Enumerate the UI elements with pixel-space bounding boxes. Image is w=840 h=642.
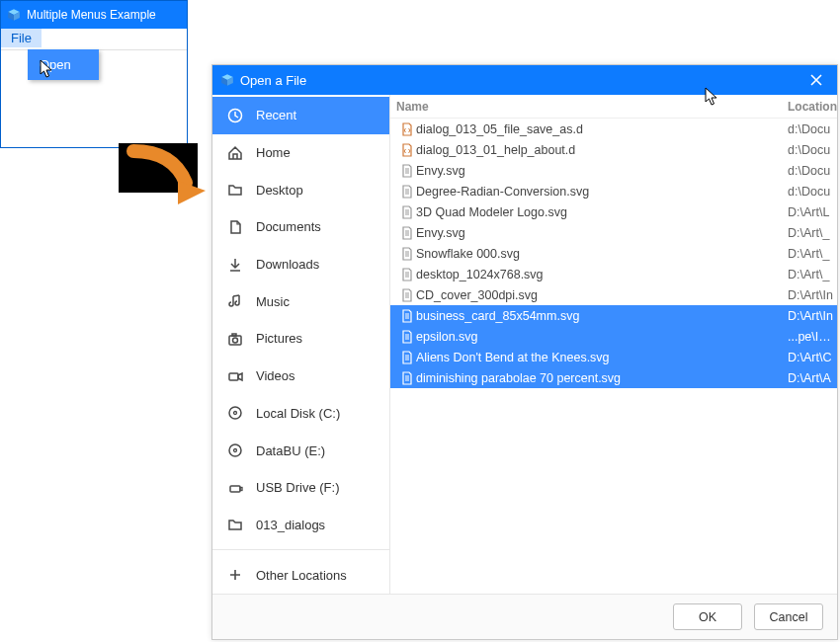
sidebar-item-databu-e-[interactable]: DataBU (E:) [212,432,389,469]
sidebar-item-label: DataBU (E:) [256,443,325,458]
camera-icon [226,331,244,347]
file-row[interactable]: CD_cover_300dpi.svgD:\Art\In [390,284,837,305]
file-name: dialog_013_01_help_about.d [416,143,788,157]
file-row[interactable]: Envy.svgd:\Docu [390,160,837,181]
file-name: 3D Quad Modeler Logo.svg [416,205,788,219]
file-location: ...pe\Inks [788,330,837,344]
file-row[interactable]: Degree-Radian-Conversion.svgd:\Docu [390,181,837,201]
dialog-titlebar[interactable]: Open a File [212,65,837,95]
file-name: diminishing parabolae 70 percent.svg [416,371,788,385]
sidebar-item-label: Recent [256,108,296,122]
sidebar-item-music[interactable]: Music [212,282,389,320]
file-dialog: Open a File RecentHomeDesktopDocumentsDo… [211,64,838,640]
document-file-icon [398,370,416,386]
file-location: D:\Art\_ [788,268,837,281]
sidebar-item-pictures[interactable]: Pictures [212,320,389,358]
sidebar-item-label: USB Drive (F:) [256,480,340,495]
sidebar-item-label: Documents [256,219,321,234]
file-row[interactable]: 3D Quad Modeler Logo.svgD:\Art\L [390,201,837,222]
svg-rect-12 [229,373,238,380]
file-row[interactable]: desktop_1024x768.svgD:\Art\_ [390,264,837,284]
sidebar-item-local-disk-c-[interactable]: Local Disk (C:) [212,395,389,433]
document-file-icon [398,163,416,179]
app-titlebar[interactable]: Multiple Menus Example [1,1,187,29]
file-name: CD_cover_300dpi.svg [416,288,788,302]
folder-icon [226,517,244,532]
music-icon [226,293,244,309]
file-name: epsilon.svg [416,330,788,344]
column-location[interactable]: Location [788,100,837,114]
svg-rect-18 [240,487,242,490]
arrow-graphic [119,143,208,212]
document-file-icon [398,267,416,282]
app-title: Multiple Menus Example [27,8,156,22]
sidebar-item-other-locations[interactable]: Other Locations [212,556,389,594]
file-name: dialog_013_05_file_save_as.d [416,122,788,136]
disk-icon [226,405,244,421]
close-button[interactable] [803,74,829,86]
file-name: desktop_1024x768.svg [416,268,788,281]
sidebar-item-usb-drive-f-[interactable]: USB Drive (F:) [212,469,389,507]
clock-icon [226,108,244,123]
file-row[interactable]: Snowflake 000.svgD:\Art\_ [390,243,837,264]
sidebar-item-desktop[interactable]: Desktop [212,171,389,208]
file-row[interactable]: business_card_85x54mm.svgD:\Art\In [390,305,837,326]
sidebar-item-label: Other Locations [256,568,347,583]
file-row[interactable]: dialog_013_05_file_save_as.dd:\Docu [390,119,837,139]
sidebar-item-label: 013_dialogs [256,518,325,532]
ok-button[interactable]: OK [673,603,742,630]
sidebar-item-label: Pictures [256,331,302,346]
download-icon [226,257,244,273]
sidebar: RecentHomeDesktopDocumentsDownloadsMusic… [212,95,390,594]
svg-rect-11 [232,334,236,336]
file-name: business_card_85x54mm.svg [416,309,788,323]
document-file-icon [398,350,416,365]
file-name: Envy.svg [416,164,788,178]
app-menubar: File [1,29,187,50]
app-icon [7,8,21,22]
file-row[interactable]: diminishing parabolae 70 percent.svgD:\A… [390,367,837,388]
file-header[interactable]: Name Location [390,95,837,119]
sidebar-item-videos[interactable]: Videos [212,358,389,395]
file-pane: Name Location dialog_013_05_file_save_as… [390,95,837,594]
file-name: Aliens Don't Bend at the Knees.svg [416,351,788,364]
file-location: d:\Docu [788,122,837,136]
file-location: d:\Docu [788,164,837,178]
svg-point-13 [229,407,241,419]
column-name[interactable]: Name [396,100,788,114]
code-file-icon [398,121,416,137]
dialog-title: Open a File [240,73,306,88]
menu-item-open[interactable]: Open [28,53,99,76]
sidebar-item-label: Music [256,294,290,309]
file-row[interactable]: epsilon.svg...pe\Inks [390,326,837,347]
menu-dropdown: Open [28,49,99,80]
dialog-footer: OK Cancel [212,594,837,639]
file-row[interactable]: dialog_013_01_help_about.dd:\Docu [390,139,837,160]
file-row[interactable]: Envy.svgD:\Art\_ [390,222,837,243]
sidebar-item-home[interactable]: Home [212,134,389,172]
file-location: D:\Art\C [788,351,837,364]
file-row[interactable]: Aliens Don't Bend at the Knees.svgD:\Art… [390,347,837,367]
dialog-icon [220,73,234,87]
home-icon [226,145,244,161]
document-file-icon [398,329,416,345]
usb-icon [226,480,244,496]
video-icon [226,368,244,384]
file-list: dialog_013_05_file_save_as.dd:\Docudialo… [390,119,837,388]
code-file-icon [398,142,416,158]
sidebar-separator [212,549,389,550]
document-file-icon [398,184,416,200]
sidebar-item-downloads[interactable]: Downloads [212,246,389,283]
sidebar-item-documents[interactable]: Documents [212,208,389,246]
menu-file[interactable]: File [1,29,42,47]
file-location: D:\Art\In [788,288,837,302]
svg-rect-17 [230,486,240,492]
svg-point-15 [229,444,241,456]
file-location: D:\Art\_ [788,247,837,261]
document-file-icon [398,287,416,303]
file-location: d:\Docu [788,185,837,199]
cancel-button[interactable]: Cancel [754,603,823,630]
sidebar-item-013-dialogs[interactable]: 013_dialogs [212,507,389,544]
sidebar-item-label: Home [256,145,291,160]
sidebar-item-recent[interactable]: Recent [212,97,389,134]
